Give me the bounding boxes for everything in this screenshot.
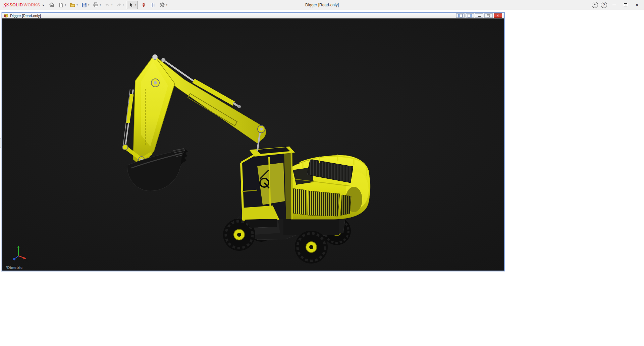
- close-button[interactable]: ×: [633, 1, 641, 9]
- edit-appearance-button[interactable]: [140, 1, 147, 9]
- select-tool-active-frame: ▾: [127, 1, 138, 9]
- excavator-3d-model[interactable]: [2, 18, 504, 271]
- split-pane-right-icon: [468, 14, 472, 17]
- document-titlebar[interactable]: Digger [Read-only] ×: [2, 13, 504, 18]
- show-pane-left-button[interactable]: [456, 13, 465, 18]
- app-window-controls: ? ×: [592, 0, 641, 10]
- document-minimize-button[interactable]: [475, 13, 483, 18]
- document-window: Digger [Read-only] ×: [2, 12, 505, 271]
- maximize-button[interactable]: [621, 1, 630, 9]
- new-document-dropdown-caret[interactable]: ▾: [65, 4, 67, 6]
- redo-button[interactable]: [115, 1, 123, 9]
- minimize-button[interactable]: [610, 1, 619, 9]
- new-document-button[interactable]: [57, 1, 65, 9]
- save-icon: [82, 2, 87, 8]
- app-window-title: Digger [Read-only]: [305, 3, 339, 7]
- maximize-icon: [624, 3, 627, 6]
- open-folder-icon: [70, 2, 75, 8]
- graphics-viewport[interactable]: *Dimetric: [2, 18, 504, 271]
- redo-dropdown-caret[interactable]: ▾: [123, 4, 125, 6]
- select-tool-dropdown-caret[interactable]: ▾: [135, 4, 138, 6]
- print-icon: [93, 2, 99, 8]
- solidworks-app: ƷS SOLIDWORKS ▸ ▾ ▾: [0, 0, 644, 346]
- cab[interactable]: [241, 147, 295, 228]
- home-button[interactable]: [48, 1, 56, 9]
- show-pane-right-button[interactable]: [466, 13, 474, 18]
- brand-solid-text: SOLID: [9, 3, 23, 7]
- quick-access-toolbar: ▾ ▾ ▾ ▾: [48, 1, 170, 9]
- print-button[interactable]: [92, 1, 100, 9]
- minimize-icon: [612, 5, 616, 5]
- toolbar-flyout-arrow-icon[interactable]: ▸: [43, 3, 45, 7]
- account-button[interactable]: [592, 2, 598, 8]
- orientation-triad-icon: [10, 244, 27, 262]
- upper-body[interactable]: [286, 155, 370, 219]
- app-titlebar: ƷS SOLIDWORKS ▸ ▾ ▾: [0, 0, 644, 10]
- select-tool-button[interactable]: [127, 1, 135, 9]
- hydraulic-cylinder-left: [128, 94, 132, 123]
- undo-icon: [105, 2, 110, 8]
- help-button[interactable]: ?: [601, 2, 607, 8]
- document-restore-button[interactable]: [484, 13, 493, 18]
- view-orientation-label: *Dimetric: [6, 266, 22, 270]
- document-close-icon: ×: [497, 14, 499, 17]
- open-dropdown-caret[interactable]: ▾: [76, 4, 79, 6]
- open-button[interactable]: [69, 1, 76, 9]
- file-properties-button[interactable]: [149, 1, 157, 9]
- document-close-button[interactable]: ×: [494, 13, 502, 18]
- properties-table-icon: [150, 2, 156, 8]
- mdi-client-area: Digger [Read-only] ×: [0, 10, 644, 346]
- restore-icon: [487, 14, 490, 17]
- close-icon: ×: [635, 2, 639, 8]
- save-dropdown-caret[interactable]: ▾: [88, 4, 91, 6]
- boom-arm[interactable]: [122, 54, 266, 167]
- new-document-icon: [58, 2, 64, 8]
- help-question-glyph: ?: [603, 3, 605, 7]
- options-button[interactable]: [158, 1, 166, 9]
- appearance-marker-icon: [141, 2, 146, 8]
- brand-works-text: WORKS: [23, 3, 40, 7]
- undo-dropdown-caret[interactable]: ▾: [111, 4, 114, 6]
- document-window-controls: ×: [456, 13, 502, 18]
- document-minimize-icon: [478, 16, 481, 17]
- split-pane-left-icon: [458, 14, 463, 17]
- options-dropdown-caret[interactable]: ▾: [166, 4, 168, 6]
- redo-icon: [116, 2, 122, 8]
- save-button[interactable]: [80, 1, 88, 9]
- select-cursor-icon: [128, 2, 134, 8]
- undo-button[interactable]: [104, 1, 111, 9]
- print-dropdown-caret[interactable]: ▾: [100, 4, 102, 6]
- solidworks-logo: ƷS SOLIDWORKS: [3, 2, 40, 8]
- document-title: Digger [Read-only]: [10, 14, 454, 18]
- assembly-cube-icon: [4, 13, 8, 18]
- home-icon: [49, 2, 55, 8]
- wheel-rear-left[interactable]: [295, 231, 328, 264]
- gear-icon: [159, 2, 165, 8]
- dassault-systemes-logo-icon: ƷS: [3, 2, 9, 8]
- user-avatar-icon: [593, 3, 597, 7]
